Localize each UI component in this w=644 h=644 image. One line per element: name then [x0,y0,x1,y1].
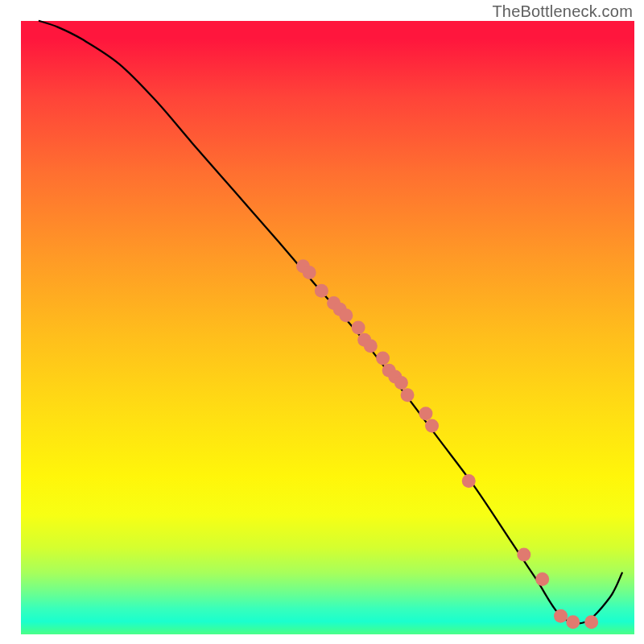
scatter-markers [296,259,598,629]
chart-container: TheBottleneck.com [0,0,644,644]
scatter-point [315,284,328,298]
scatter-point [425,419,439,432]
scatter-point [364,339,378,353]
scatter-point [339,308,353,322]
scatter-point [376,352,390,365]
scatter-point [566,615,580,629]
scatter-point [462,474,476,488]
scatter-point [517,547,530,561]
scatter-point [303,266,316,279]
scatter-point [554,609,568,623]
scatter-point [394,376,408,390]
curve-line [39,21,622,623]
scatter-point [535,572,549,586]
chart-svg-layer [0,0,644,644]
scatter-point [401,388,415,402]
scatter-point [352,321,365,335]
scatter-point [584,615,598,629]
scatter-point [419,407,432,420]
